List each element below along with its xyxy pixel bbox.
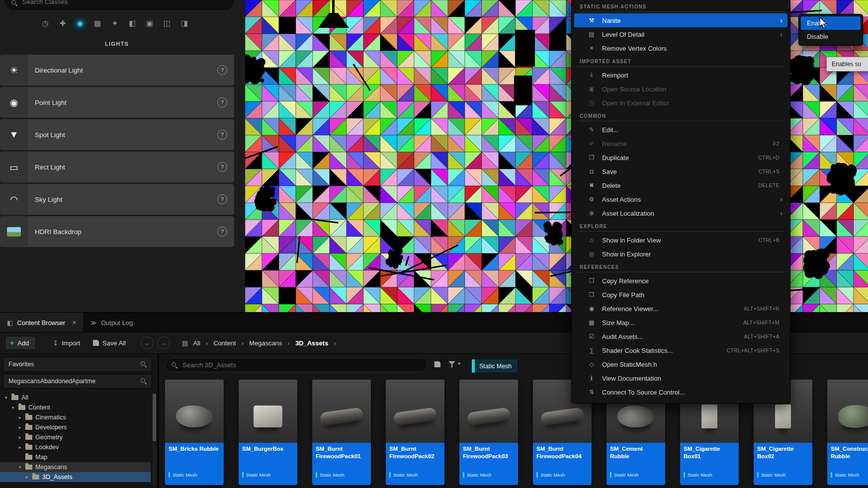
asset-tile[interactable]: SM_Burnt FirewoodPack02 Static Mesh	[386, 380, 444, 485]
context-menu-item[interactable]: ☑ Audit Assets... ALT+SHIFT+A	[574, 329, 787, 343]
chevron-down-icon[interactable]: ▾	[458, 361, 460, 366]
folder-tree-item[interactable]: Map	[0, 452, 151, 462]
all-classes-icon[interactable]: ◫	[161, 17, 174, 30]
cinematic-icon[interactable]: ▦	[91, 17, 104, 30]
chevron-icon[interactable]: ▸	[19, 415, 25, 420]
context-menu-item[interactable]: ⚙ Asset Actions ›	[574, 192, 787, 206]
save-all-button[interactable]: Save All	[93, 339, 126, 347]
folder-tree-item[interactable]: ▸ Developers	[0, 422, 151, 432]
asset-tile[interactable]: SM_Burnt FirewoodPack03 Static Mesh	[459, 380, 518, 485]
chevron-icon[interactable]: ▾	[5, 395, 11, 400]
light-list-item[interactable]: ☀ Directional Light ?	[0, 55, 234, 85]
light-list-item[interactable]: HDRI Backdrop ?	[0, 216, 234, 247]
lights-icon[interactable]: ◉	[74, 17, 87, 30]
favorites-header[interactable]: Favorites	[3, 357, 152, 372]
asset-tile[interactable]: SM_Burnt FirewoodPack01 Static Mesh	[312, 380, 371, 485]
context-menu-item[interactable]: ∑ Shader Cook Statistics... CTRL+ALT+SHI…	[574, 343, 787, 357]
context-menu-item[interactable]: ✐ Rename F2	[574, 137, 787, 151]
context-menu-item[interactable]: ✖ Delete DELETE	[574, 178, 787, 192]
help-icon[interactable]: ?	[217, 130, 227, 140]
context-menu-item[interactable]: ❐ Duplicate CTRL+D	[574, 151, 787, 164]
visual-effects-icon[interactable]: ✦	[108, 17, 121, 30]
context-menu-item[interactable]: ⇅ Connect To Source Control...	[574, 385, 787, 399]
import-button[interactable]: ↧ Import	[53, 339, 80, 347]
panel-tab[interactable]: ◧ Content Browser ×	[0, 313, 83, 332]
basic-icon[interactable]: ✚	[56, 17, 69, 30]
asset-tile[interactable]: SM_Bricks Rubble Static Mesh	[165, 380, 224, 485]
chevron-icon[interactable]: ▸	[19, 445, 25, 450]
search-icon[interactable]	[141, 378, 147, 384]
context-menu-item[interactable]: ❒ Copy File Path	[574, 288, 787, 302]
geometry-icon[interactable]: ◧	[126, 17, 139, 30]
context-menu-item[interactable]: ◉ Reference Viewer... ALT+SHIFT+R	[574, 302, 787, 316]
context-menu-item[interactable]: ◇ Open StaticMesh.h	[574, 357, 787, 371]
context-menu-item[interactable]: ▣ Open Source Location	[574, 82, 787, 96]
filter-funnel-icon[interactable]	[448, 361, 455, 368]
light-list-item[interactable]: ▼ Spot Light ?	[0, 119, 234, 150]
tree-scrollbar[interactable]	[153, 393, 156, 486]
context-menu-item[interactable]: ▤ Level Of Detail ›	[574, 27, 787, 41]
submenu-item[interactable]: Disable	[801, 30, 861, 43]
context-menu-item[interactable]: ⚒ Nanite ›	[574, 13, 787, 27]
context-menu-item[interactable]: ⊕ Asset Localization ›	[574, 206, 787, 220]
asset-search-input[interactable]	[181, 361, 421, 369]
context-menu-item[interactable]: ⇩ Reimport	[574, 68, 787, 82]
search-classes-input[interactable]	[21, 0, 227, 6]
context-menu-item[interactable]: ℹ View Documentation	[574, 371, 787, 385]
chevron-icon[interactable]: ▸	[26, 475, 32, 480]
search-icon[interactable]	[141, 361, 147, 367]
asset-name: SM_Bricks Rubble	[165, 443, 224, 469]
light-list-item[interactable]: ◠ Sky Light ?	[0, 184, 234, 215]
breadcrumb-label: Megascans	[249, 339, 282, 347]
context-menu-item[interactable]: ◎ Show in Explorer	[574, 247, 787, 261]
panel-splitter[interactable]	[158, 354, 159, 488]
help-icon[interactable]: ?	[217, 162, 227, 172]
panel-tab[interactable]: ≫ Output Log	[83, 313, 151, 332]
chevron-icon[interactable]: ▸	[19, 435, 25, 440]
breadcrumb-segment[interactable]: 3D_Assets ›	[295, 339, 342, 347]
folder-tree-item[interactable]: ▾ Content	[0, 403, 151, 412]
menu-item-icon: ⊕	[587, 210, 596, 217]
tab-close-icon[interactable]: ×	[72, 319, 76, 326]
light-list-item[interactable]: ▭ Rect Light ?	[0, 152, 234, 182]
asset-tile[interactable]: SM_Construction Rubble Static Mesh	[827, 380, 868, 485]
light-list-item[interactable]: ◉ Point Light ?	[0, 87, 234, 118]
add-button[interactable]: + Add	[5, 336, 36, 350]
folder-tree-item[interactable]: ▸ 3D_Assets	[0, 472, 151, 482]
chevron-icon[interactable]: ▸	[19, 425, 25, 430]
asset-tile[interactable]: SM_BurgerBox Static Mesh	[239, 380, 297, 485]
recently-placed-icon[interactable]: ◷	[39, 17, 52, 30]
context-menu-item[interactable]: ▦ Size Map... ALT+SHIFT+M	[574, 316, 787, 329]
breadcrumb-segment[interactable]: All ›	[193, 339, 213, 347]
chevron-icon[interactable]: ▾	[12, 405, 18, 410]
folder-tree-item[interactable]: ▸ Lookdev	[0, 442, 151, 452]
help-icon[interactable]: ?	[217, 227, 227, 237]
chevron-icon[interactable]: ▾	[19, 465, 25, 470]
volumes-icon[interactable]: ▣	[143, 17, 156, 30]
context-menu-item[interactable]: ◘ Save CTRL+S	[574, 164, 787, 178]
folder-tree-item[interactable]: ▾ Megascans	[0, 462, 151, 472]
folder-tree-item[interactable]: ▸ Cinematics	[0, 412, 151, 422]
context-menu-item[interactable]: ✕ Remove Vertex Colors	[574, 41, 787, 55]
back-button[interactable]: ←	[141, 336, 154, 349]
misc-icon[interactable]: ◨	[178, 17, 191, 30]
scrollbar-thumb[interactable]	[153, 394, 156, 441]
asset-thumbnail-shape	[701, 405, 717, 428]
context-menu-item[interactable]: ❐ Copy Reference	[574, 274, 787, 288]
help-icon[interactable]: ?	[217, 97, 227, 107]
forward-button[interactable]: →	[157, 336, 170, 349]
project-header[interactable]: MegascansAbandonedApartme	[3, 374, 152, 389]
submenu-item[interactable]: Enable	[801, 16, 861, 30]
folder-tree-icon[interactable]: ▤	[182, 339, 188, 347]
breadcrumb-segment[interactable]: Content ›	[213, 339, 249, 347]
breadcrumb-segment[interactable]: Megascans ›	[249, 339, 295, 347]
save-search-icon[interactable]	[434, 361, 440, 367]
folder-tree-item[interactable]: ▸ Geometry	[0, 432, 151, 442]
static-mesh-filter-chip[interactable]: Static Mesh	[471, 359, 518, 373]
help-icon[interactable]: ?	[217, 65, 227, 75]
context-menu-item[interactable]: ◳ Open In External Editor	[574, 96, 787, 110]
folder-tree-item[interactable]: ▾ All	[0, 393, 151, 403]
help-icon[interactable]: ?	[217, 194, 227, 204]
context-menu-item[interactable]: ⌂ Show in Folder View CTRL+B	[574, 233, 787, 247]
context-menu-item[interactable]: ✎ Edit...	[574, 123, 787, 137]
